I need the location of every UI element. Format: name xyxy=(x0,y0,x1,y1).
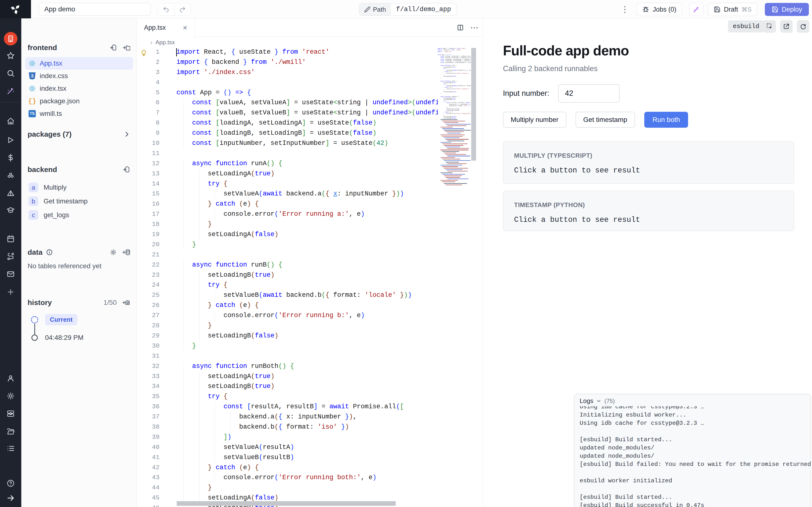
windmill-logo[interactable] xyxy=(0,0,31,18)
code-line-38[interactable]: 38 backend.b({ format: 'iso' }) xyxy=(137,422,483,432)
code-line-23[interactable]: 23 setLoadingB(true) xyxy=(137,270,483,280)
code-line-36[interactable]: 36 const [resultA, resultB] = await Prom… xyxy=(137,402,483,412)
code-line-43[interactable]: 43 console.error('Error running both:', … xyxy=(137,473,483,483)
get-timestamp-button[interactable]: Get timestamp xyxy=(576,112,635,128)
code-line-11[interactable]: 11 xyxy=(137,149,483,159)
path-chip[interactable]: Path f/all/demo_app xyxy=(359,3,456,16)
variables-button[interactable] xyxy=(6,154,15,162)
file-item-package-json[interactable]: {}package.json xyxy=(25,95,133,107)
logs-output[interactable]: Using idb cache for csstype@3.2.3 …Initi… xyxy=(574,406,811,507)
snapshot-button[interactable] xyxy=(122,299,130,306)
draft-button[interactable]: Draft ⌘S xyxy=(708,3,757,16)
close-tab-icon[interactable]: × xyxy=(183,23,187,32)
inbox-button[interactable] xyxy=(6,270,15,278)
code-line-31[interactable]: 31 xyxy=(137,351,483,361)
tab-app-tsx[interactable]: App.tsx × xyxy=(137,18,195,37)
breadcrumb[interactable]: › App.tsx xyxy=(137,37,483,48)
code-line-40[interactable]: 40 setValueA(resultA) xyxy=(137,442,483,453)
schedules-button[interactable] xyxy=(6,235,15,243)
add-runnable-button[interactable] xyxy=(123,166,130,173)
runs-button[interactable] xyxy=(6,136,15,144)
editor-more-icon[interactable]: ⋯ xyxy=(470,23,479,33)
code-line-19[interactable]: 19 setLoadingA(false) xyxy=(137,230,483,240)
vertical-scrollbar[interactable] xyxy=(471,48,476,161)
more-menu-icon[interactable]: ⋮ xyxy=(619,3,630,15)
code-line-8[interactable]: 8 const [loadingA, setLoadingA] = useSta… xyxy=(137,118,483,128)
code-line-28[interactable]: 28 } xyxy=(137,321,483,331)
component-picker-button[interactable] xyxy=(763,20,776,33)
open-external-button[interactable] xyxy=(780,20,793,33)
settings-button[interactable] xyxy=(6,392,15,400)
runnable-item-multiply[interactable]: aMultiply xyxy=(25,181,133,194)
triggers-button[interactable] xyxy=(6,189,15,198)
app-name-input[interactable] xyxy=(39,3,151,15)
code-area[interactable]: 1import React, { useState } from 'react'… xyxy=(137,48,483,507)
search-button[interactable] xyxy=(6,69,15,77)
code-line-18[interactable]: 18 } xyxy=(137,219,483,230)
code-line-21[interactable]: 21 xyxy=(137,250,483,260)
code-line-27[interactable]: 27 console.error('Error running b:', e) xyxy=(137,311,483,321)
favorites-button[interactable] xyxy=(6,52,15,60)
code-line-13[interactable]: 13 setLoadingA(true) xyxy=(137,169,483,179)
add-folder-button[interactable] xyxy=(123,44,130,51)
code-line-4[interactable]: 4 xyxy=(137,78,483,88)
flows-button[interactable] xyxy=(6,252,15,261)
runnable-item-get-timestamp[interactable]: bGet timestamp xyxy=(25,195,133,208)
code-line-16[interactable]: 16 } catch (e) { xyxy=(137,199,483,209)
code-line-26[interactable]: 26 } catch (e) { xyxy=(137,300,483,311)
folders-button[interactable] xyxy=(6,428,15,436)
code-line-22[interactable]: 22 async function runB() { xyxy=(137,260,483,270)
code-line-17[interactable]: 17 console.error('Error running a:', e) xyxy=(137,209,483,219)
code-line-29[interactable]: 29 setLoadingB(false) xyxy=(137,331,483,341)
input-number-field[interactable] xyxy=(558,84,619,103)
add-button[interactable] xyxy=(6,288,15,296)
add-file-button[interactable] xyxy=(110,44,117,51)
history-current-entry[interactable]: Current xyxy=(31,314,77,325)
code-line-44[interactable]: 44 } xyxy=(137,483,483,493)
add-table-button[interactable] xyxy=(122,249,130,256)
file-item-app-tsx[interactable]: App.tsx xyxy=(25,57,133,70)
code-line-6[interactable]: 6 const [valueA, setValueA] = useState<s… xyxy=(137,98,483,108)
home-button[interactable] xyxy=(6,117,15,125)
history-snapshot-entry[interactable]: 04:48:29 PM xyxy=(32,334,84,342)
code-line-9[interactable]: 9 const [loadingB, setLoadingB] = useSta… xyxy=(137,128,483,138)
code-line-20[interactable]: 20 } xyxy=(137,240,483,250)
ai-assistant-button[interactable] xyxy=(6,87,15,95)
code-line-39[interactable]: 39 ]) xyxy=(137,432,483,442)
split-editor-button[interactable] xyxy=(457,24,464,31)
code-line-34[interactable]: 34 setLoadingB(true) xyxy=(137,382,483,392)
account-button[interactable] xyxy=(6,374,15,382)
code-line-12[interactable]: 12 async function runA() { xyxy=(137,159,483,169)
learn-button[interactable] xyxy=(6,206,15,214)
code-line-42[interactable]: 42 } catch (e) { xyxy=(137,463,483,473)
redo-button[interactable] xyxy=(174,3,191,15)
resources-button[interactable] xyxy=(6,171,15,179)
refresh-button[interactable] xyxy=(797,20,809,33)
code-line-2[interactable]: 2import { backend } from './wmill' xyxy=(137,57,483,67)
packages-row[interactable]: packages (7) xyxy=(28,130,130,138)
horizontal-scrollbar[interactable] xyxy=(177,501,396,506)
deploy-button[interactable]: Deploy xyxy=(765,3,809,16)
code-line-1[interactable]: 1import React, { useState } from 'react' xyxy=(137,48,483,57)
code-line-7[interactable]: 7 const [valueB, setValueB] = useState<s… xyxy=(137,108,483,118)
code-line-15[interactable]: 15 setValueA(await backend.a({ x: inputN… xyxy=(137,189,483,199)
file-item-index-tsx[interactable]: index.tsx xyxy=(25,82,133,95)
multiply-number-button[interactable]: Multiply number xyxy=(503,112,566,128)
collapse-rail-button[interactable] xyxy=(6,494,15,502)
workspace-button[interactable] xyxy=(4,32,17,46)
audit-logs-button[interactable] xyxy=(6,444,15,453)
workers-button[interactable] xyxy=(6,409,15,418)
code-line-3[interactable]: 3import './index.css' xyxy=(137,67,483,78)
code-line-10[interactable]: 10 const [inputNumber, setInputNumber] =… xyxy=(137,138,483,149)
code-line-32[interactable]: 32 async function runBoth() { xyxy=(137,361,483,372)
logs-header[interactable]: Logs (75) xyxy=(574,394,811,406)
help-button[interactable] xyxy=(6,479,15,488)
run-both-button[interactable]: Run both xyxy=(644,112,688,128)
code-line-24[interactable]: 24 try { xyxy=(137,280,483,290)
file-item-wmill-ts[interactable]: TSwmill.ts xyxy=(25,107,133,120)
code-line-33[interactable]: 33 setLoadingA(true) xyxy=(137,372,483,382)
undo-button[interactable] xyxy=(158,3,174,15)
ai-wand-button[interactable] xyxy=(689,3,703,16)
code-line-14[interactable]: 14 try { xyxy=(137,179,483,189)
code-line-35[interactable]: 35 try { xyxy=(137,392,483,402)
